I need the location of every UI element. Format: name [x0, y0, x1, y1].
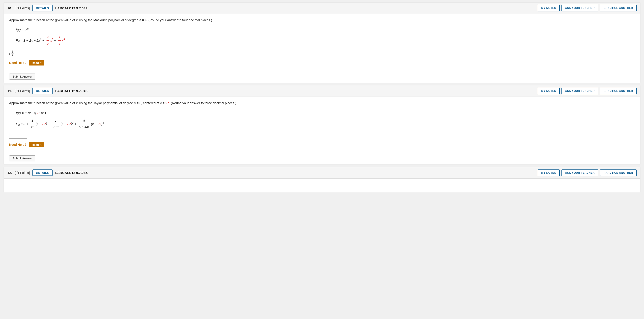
read-it-button-10[interactable]: Read It — [29, 60, 44, 65]
need-help-label-10: Need Help? — [9, 61, 26, 65]
practice-another-button-10[interactable]: PRACTICE ANOTHER — [600, 5, 636, 11]
problem-11: 11. [-/1 Points] DETAILS LARCALC12 9.7.0… — [4, 85, 640, 165]
math-line-fx-11: f(x) = 3√x, f(27.01) — [16, 109, 635, 117]
problem-12-header: 12. [-/1 Points] DETAILS LARCALC12 9.7.0… — [4, 167, 640, 179]
problem-12-code: LARCALC12 9.7.045. — [55, 171, 535, 175]
practice-another-button-11[interactable]: PRACTICE ANOTHER — [600, 88, 636, 94]
problem-12-number: 12. — [8, 171, 12, 175]
problem-10-content: Approximate the function at the given va… — [4, 14, 640, 72]
my-notes-button-11[interactable]: MY NOTES — [538, 88, 560, 94]
problem-11-submit-row: Submit Answer — [4, 154, 640, 165]
ask-teacher-button-10[interactable]: ASK YOUR TEACHER — [562, 5, 598, 11]
problem-10-number: 10. — [8, 6, 12, 10]
answer-input-10[interactable] — [20, 51, 56, 55]
need-help-row-11: Need Help? Read It — [9, 142, 635, 147]
problem-11-description: Approximate the function at the given va… — [9, 101, 635, 106]
problem-10: 10. [-/1 Points] DETAILS LARCALC12 9.7.0… — [4, 2, 640, 83]
problem-12-actions: MY NOTES ASK YOUR TEACHER PRACTICE ANOTH… — [538, 169, 637, 176]
read-it-button-11[interactable]: Read It — [29, 142, 44, 147]
problem-11-points: [-/1 Points] — [15, 89, 30, 93]
problem-10-answer-row: f 1 4 = — [9, 50, 635, 57]
ask-teacher-button-11[interactable]: ASK YOUR TEACHER — [562, 88, 598, 94]
details-button-12[interactable]: DETAILS — [32, 169, 52, 176]
problem-11-content: Approximate the function at the given va… — [4, 97, 640, 154]
problem-10-actions: MY NOTES ASK YOUR TEACHER PRACTICE ANOTH… — [538, 5, 637, 11]
problem-10-code: LARCALC12 9.7.039. — [55, 6, 535, 10]
math-line-p4: P4 = 1 + 2x + 2x2 + 4 3 x3 + 2 3 x4 — [16, 34, 635, 47]
problem-11-number: 11. — [8, 89, 12, 93]
submit-button-11[interactable]: Submit Answer — [9, 155, 35, 161]
problem-10-points: [-/1 Points] — [15, 6, 30, 10]
problem-10-description: Approximate the function at the given va… — [9, 18, 635, 23]
need-help-label-11: Need Help? — [9, 143, 26, 146]
problem-10-submit-row: Submit Answer — [4, 72, 640, 83]
problem-12-points: [-/1 Points] — [15, 171, 30, 175]
problem-10-header: 10. [-/1 Points] DETAILS LARCALC12 9.7.0… — [4, 2, 640, 14]
my-notes-button-12[interactable]: MY NOTES — [538, 169, 560, 176]
problem-12: 12. [-/1 Points] DETAILS LARCALC12 9.7.0… — [4, 167, 640, 192]
problem-10-math: f(x) = e2x P4 = 1 + 2x + 2x2 + 4 3 x3 + … — [16, 26, 635, 47]
math-line-p3: P3 = 3 + 1 27 (x − 27) − 1 2187 (x − 27)… — [16, 118, 635, 131]
details-button-11[interactable]: DETAILS — [32, 88, 52, 94]
problem-11-answer-row — [9, 133, 635, 139]
my-notes-button-10[interactable]: MY NOTES — [538, 5, 560, 11]
details-button-10[interactable]: DETAILS — [32, 5, 52, 11]
problem-11-header: 11. [-/1 Points] DETAILS LARCALC12 9.7.0… — [4, 85, 640, 97]
answer-input-11[interactable] — [9, 133, 27, 139]
problem-11-code: LARCALC12 9.7.042. — [55, 89, 535, 93]
math-line-fx-10: f(x) = e2x — [16, 26, 635, 33]
submit-button-10[interactable]: Submit Answer — [9, 73, 35, 80]
practice-another-button-12[interactable]: PRACTICE ANOTHER — [600, 169, 636, 176]
problem-12-content — [4, 179, 640, 192]
problem-11-actions: MY NOTES ASK YOUR TEACHER PRACTICE ANOTH… — [538, 88, 637, 94]
ask-teacher-button-12[interactable]: ASK YOUR TEACHER — [562, 169, 598, 176]
need-help-row-10: Need Help? Read It — [9, 60, 635, 65]
problem-11-math: f(x) = 3√x, f(27.01) P3 = 3 + 1 27 (x − … — [16, 109, 635, 131]
